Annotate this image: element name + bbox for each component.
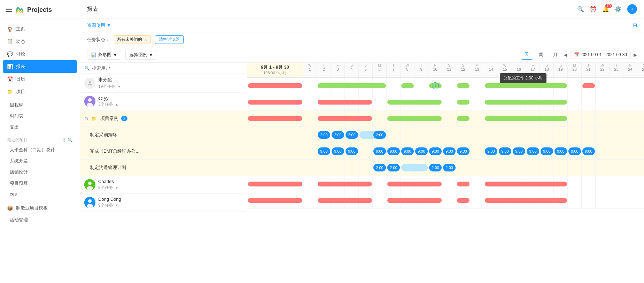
recent-project-1[interactable]: 太平金科（二期）总计 <box>0 144 80 155</box>
prev-period-button[interactable]: ◀ <box>564 52 567 58</box>
view-day-button[interactable]: 天 <box>521 50 533 60</box>
gantt-bar[interactable]: 9:00 <box>568 147 581 155</box>
gantt-bar[interactable]: 9:00 <box>373 147 386 155</box>
gantt-bar[interactable]: 2:00 <box>318 131 330 139</box>
sidebar-sub-milestone[interactable]: 里程碑 <box>0 99 80 110</box>
gantt-bar[interactable] <box>485 100 567 105</box>
user-avatar-icon[interactable]: + <box>627 4 637 14</box>
gantt-bar[interactable]: 9:00 <box>541 147 553 155</box>
sidebar-item-manufacturing[interactable]: 📦 制造业项目模板 <box>0 202 80 214</box>
gantt-bar[interactable] <box>248 83 302 88</box>
sidebar-item-discussion[interactable]: 💬 讨论 <box>0 48 80 60</box>
gantt-bar[interactable] <box>248 182 302 186</box>
date-range-picker[interactable]: 📅 2021-09-01 - 2021-09-30 <box>570 51 631 59</box>
gantt-bar[interactable] <box>387 182 442 186</box>
sidebar-item-activity[interactable]: 📋 动态 <box>0 35 80 48</box>
gantt-bar[interactable] <box>318 100 372 105</box>
gantt-bar[interactable] <box>318 116 372 121</box>
gantt-bar[interactable]: 9:00 <box>499 147 511 155</box>
gantt-bar[interactable] <box>387 198 442 203</box>
sidebar-item-reports[interactable]: 📊 报表 <box>3 60 77 73</box>
gantt-bar[interactable]: 2:00 <box>332 131 344 139</box>
sidebar-sub-expense[interactable]: 支出 <box>0 122 80 133</box>
gantt-bar[interactable]: 9:00 <box>443 147 456 155</box>
expand-icon[interactable]: ▾ <box>116 185 118 190</box>
gantt-bar[interactable]: 9:00 <box>401 147 414 155</box>
gantt-bar[interactable] <box>457 100 470 105</box>
gantt-bar[interactable]: 9:00 <box>387 147 400 155</box>
gantt-bar[interactable] <box>318 182 372 186</box>
day-cell <box>275 143 289 159</box>
clear-filter-button[interactable]: 清空过滤器 <box>155 35 184 44</box>
view-month-button[interactable]: 月 <box>550 50 561 59</box>
recent-project-3[interactable]: 店铺设计 <box>0 167 80 178</box>
view-week-button[interactable]: 周 <box>535 50 547 59</box>
gantt-bar[interactable]: 2:00 <box>443 164 456 171</box>
next-period-button[interactable]: ▶ <box>634 52 637 58</box>
recent-project-2[interactable]: 系统开发 <box>0 155 80 167</box>
gantt-bar[interactable] <box>248 198 302 203</box>
gantt-bar[interactable]: 9:00 <box>332 147 344 155</box>
day-cell <box>554 160 568 176</box>
gantt-bar[interactable] <box>582 83 595 88</box>
recent-project-4[interactable]: 项目预算 <box>0 178 80 189</box>
gantt-bar[interactable] <box>457 116 470 121</box>
gantt-bar[interactable]: 9:00 <box>346 147 358 155</box>
gantt-bar[interactable] <box>387 100 442 105</box>
sidebar-sub-timesheet[interactable]: 时间表 <box>0 110 80 122</box>
gantt-search-input[interactable] <box>92 66 243 71</box>
resource-usage-button[interactable]: 资源使用 ▼ <box>87 22 111 29</box>
gantt-bar[interactable] <box>457 198 470 203</box>
notification-icon[interactable]: 🔔 70 <box>602 6 609 13</box>
expand-icon[interactable]: ▾ <box>118 84 120 89</box>
avatar <box>84 179 95 190</box>
gantt-bar[interactable] <box>318 83 386 88</box>
settings-icon[interactable]: ⚙️ <box>615 6 622 13</box>
gantt-bar[interactable] <box>401 83 414 88</box>
gantt-bar[interactable]: 9:00 <box>457 147 470 155</box>
gantt-bar[interactable] <box>485 198 567 203</box>
search-icon[interactable]: 🔍 <box>577 6 584 13</box>
choose-example-button[interactable]: 选择图例 ▼ <box>125 50 157 60</box>
gantt-bar[interactable]: 9:00 <box>429 147 442 155</box>
sort-icon[interactable]: ⇅ <box>62 138 65 143</box>
recent-project-5[interactable]: ces <box>0 189 80 199</box>
expand-icon[interactable]: ▴ <box>116 102 118 107</box>
gantt-bar[interactable] <box>457 83 470 88</box>
collapse-icon[interactable]: ⊙ <box>84 116 88 121</box>
gantt-bar[interactable]: 9:00 <box>318 147 330 155</box>
gantt-bar[interactable] <box>457 182 470 186</box>
gantt-bar[interactable] <box>485 182 567 186</box>
gantt-bar[interactable] <box>401 164 428 171</box>
add-task-button[interactable]: + <box>432 82 439 89</box>
clock-icon[interactable]: ⏰ <box>590 6 597 13</box>
gantt-bar[interactable]: 9:00 <box>527 147 539 155</box>
gantt-bar[interactable]: 9:00 <box>513 147 525 155</box>
gantt-bar[interactable]: 9:00 <box>415 147 428 155</box>
sidebar-item-home[interactable]: 🏠 主页 <box>0 23 80 35</box>
hamburger-icon[interactable] <box>6 8 12 12</box>
sidebar-item-projects[interactable]: 📁 项目 <box>0 85 80 98</box>
gantt-bar[interactable] <box>318 198 372 203</box>
gantt-bar[interactable] <box>248 100 302 105</box>
day-cell <box>442 110 456 127</box>
gantt-bar[interactable] <box>485 116 567 121</box>
bar-chart-button[interactable]: 📊 条形图 ▼ <box>87 50 121 60</box>
gantt-bar[interactable]: 2:00 <box>387 164 400 171</box>
filter-close-icon[interactable]: ✕ <box>144 37 148 42</box>
gantt-bar[interactable] <box>485 83 567 88</box>
gantt-bar[interactable]: 2:00 <box>373 131 386 139</box>
expand-icon[interactable]: ▾ <box>116 203 118 208</box>
sidebar-item-calendar[interactable]: 📅 日历 <box>0 73 80 85</box>
gantt-bar[interactable] <box>248 116 302 121</box>
gantt-bar[interactable]: 2:00 <box>346 131 358 139</box>
gantt-bar[interactable]: 9:00 <box>554 147 567 155</box>
gantt-bar[interactable]: 9:00 <box>582 147 595 155</box>
search-recent-icon[interactable]: 🔍 <box>68 138 73 143</box>
gantt-bar[interactable]: 9:00 <box>485 147 497 155</box>
gantt-bar[interactable]: 2:00 <box>429 164 442 171</box>
filter-icon[interactable]: ⊟ <box>633 22 637 29</box>
gantt-bar[interactable] <box>387 116 442 121</box>
sidebar-sub-activity-mgmt[interactable]: 活动管理 <box>0 214 80 225</box>
gantt-bar[interactable]: 2:00 <box>373 164 386 171</box>
